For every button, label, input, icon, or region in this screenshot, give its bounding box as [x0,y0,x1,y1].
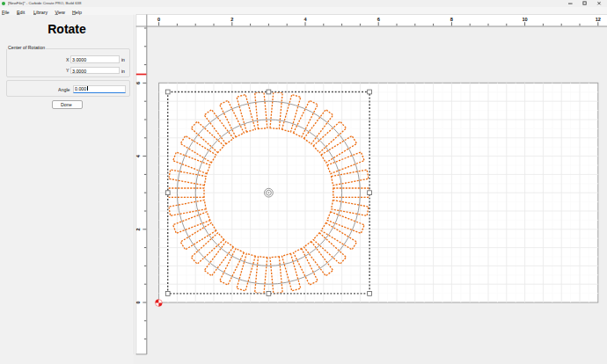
svg-text:6: 6 [377,17,380,22]
svg-text:12: 12 [596,17,601,22]
svg-text:10: 10 [522,17,527,22]
svg-text:2: 2 [230,17,233,22]
svg-text:0: 0 [157,17,160,22]
svg-text:0: 0 [135,301,141,303]
svg-text:8: 8 [450,17,453,22]
svg-text:6: 6 [135,82,141,84]
svg-text:2: 2 [135,228,141,230]
